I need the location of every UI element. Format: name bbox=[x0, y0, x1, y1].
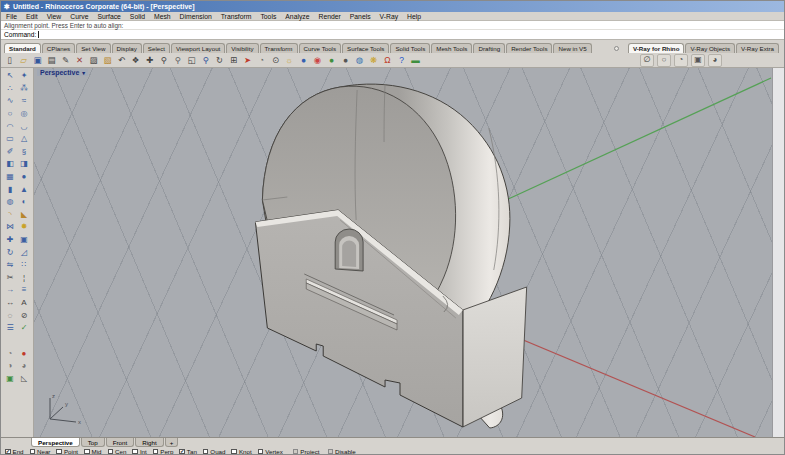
toolbar-icon[interactable]: ✚ bbox=[143, 54, 156, 67]
toolbar-icon[interactable]: ↶ bbox=[115, 54, 128, 67]
toolbar-tab[interactable]: Solid Tools bbox=[390, 43, 430, 53]
toolbar-tab[interactable]: Render Tools bbox=[506, 43, 552, 53]
toolbar-icon[interactable]: ▤ bbox=[45, 54, 58, 67]
toolbar-tab[interactable]: Drafting bbox=[473, 43, 505, 53]
menu-item[interactable]: Render bbox=[319, 13, 341, 20]
osnap-checkbox[interactable] bbox=[203, 449, 209, 455]
osnap-checkbox[interactable] bbox=[231, 449, 237, 455]
tool-palette-icon[interactable]: ▭ bbox=[3, 133, 17, 146]
osnap-toggle[interactable]: Tan bbox=[179, 448, 196, 455]
tool-palette-icon[interactable]: ◐ bbox=[17, 196, 31, 209]
toolbar-icon[interactable]: ❋ bbox=[367, 54, 380, 67]
tool-palette-icon[interactable]: ↻ bbox=[3, 246, 17, 259]
toolbar-icon[interactable]: ● bbox=[339, 54, 352, 67]
tool-palette-icon[interactable]: ¦ bbox=[17, 272, 31, 285]
toolbar-icon[interactable]: Ω bbox=[381, 54, 394, 67]
toolbar-icon[interactable]: ⊙ bbox=[269, 54, 282, 67]
viewport-tab[interactable]: Top bbox=[81, 438, 105, 447]
tool-palette-icon[interactable]: ✂ bbox=[3, 272, 17, 285]
vray-tool-icon[interactable]: ◔ bbox=[3, 347, 17, 360]
osnap-checkbox[interactable] bbox=[84, 449, 90, 455]
add-viewport-tab-button[interactable]: + bbox=[165, 438, 179, 447]
tool-palette-icon[interactable]: ✸ bbox=[17, 221, 31, 234]
tool-palette-icon[interactable]: ⇋ bbox=[3, 259, 17, 272]
vray-toolbar-icon[interactable]: ◕ bbox=[708, 54, 722, 67]
toolbar-tab[interactable]: Select bbox=[143, 43, 170, 53]
tool-palette-icon[interactable]: ▮ bbox=[3, 183, 17, 196]
menu-item[interactable]: Mesh bbox=[154, 13, 171, 20]
toolbar-tab[interactable]: Viewport Layout bbox=[171, 43, 225, 53]
toolbar-icon[interactable]: ⚲ bbox=[199, 54, 212, 67]
toolbar-icon[interactable]: ☼ bbox=[283, 54, 296, 67]
osnap-toggle[interactable]: Quad bbox=[203, 448, 226, 455]
osnap-toggle[interactable]: Point bbox=[56, 448, 78, 455]
vray-tool-icon[interactable]: ◺ bbox=[17, 373, 31, 386]
osnap-toggle[interactable]: Int bbox=[132, 448, 146, 455]
tool-palette-icon[interactable]: ≡ bbox=[17, 284, 31, 297]
toolbar-icon[interactable]: ❖ bbox=[129, 54, 142, 67]
vray-toolbar-icon[interactable]: ▣ bbox=[691, 54, 705, 67]
tool-palette-icon[interactable]: ☰ bbox=[3, 322, 17, 335]
toolbar-icon[interactable]: ▨ bbox=[87, 54, 100, 67]
tool-palette-icon[interactable]: ≈ bbox=[17, 95, 31, 108]
osnap-checkbox[interactable] bbox=[5, 449, 11, 455]
toolbar-tab[interactable]: Visibility bbox=[226, 43, 258, 53]
tool-palette-icon[interactable]: ✐ bbox=[3, 146, 17, 159]
toolbar-icon[interactable]: ⚲ bbox=[157, 54, 170, 67]
toolbar-tab[interactable]: CPlanes bbox=[42, 43, 75, 53]
menu-item[interactable]: File bbox=[6, 13, 17, 20]
tool-palette-icon[interactable]: ◿ bbox=[17, 246, 31, 259]
toolbar-icon[interactable]: ▧ bbox=[101, 54, 114, 67]
menu-item[interactable]: Curve bbox=[70, 13, 88, 20]
toolbar-tab[interactable]: Transform bbox=[260, 43, 298, 53]
tool-palette-icon[interactable]: § bbox=[17, 146, 31, 159]
toolbar-icon[interactable]: ? bbox=[395, 54, 408, 67]
viewport-title[interactable]: Perspective ▾ bbox=[37, 69, 88, 76]
osnap-toggle[interactable]: Mid bbox=[84, 448, 101, 455]
osnap-checkbox[interactable] bbox=[56, 449, 62, 455]
tool-palette-icon[interactable]: ● bbox=[17, 171, 31, 184]
vray-toolbar-tab[interactable]: V-Ray Objects bbox=[685, 43, 735, 53]
tool-palette-icon[interactable]: ◎ bbox=[17, 108, 31, 121]
command-line[interactable]: Command: bbox=[1, 30, 784, 40]
tool-palette-icon[interactable]: ▦ bbox=[3, 171, 17, 184]
tool-palette-icon[interactable]: → bbox=[3, 284, 17, 297]
menu-item[interactable]: Edit bbox=[26, 13, 38, 20]
menu-item[interactable]: Tools bbox=[260, 13, 276, 20]
tool-palette-icon[interactable]: ◠ bbox=[3, 120, 17, 133]
viewport-tab[interactable]: Perspective bbox=[31, 438, 80, 447]
toolbar-icon[interactable]: ✎ bbox=[59, 54, 72, 67]
menu-item[interactable]: Solid bbox=[130, 13, 145, 20]
menu-item[interactable]: Panels bbox=[350, 13, 371, 20]
osnap-toggle[interactable]: Vertex bbox=[258, 448, 283, 455]
osnap-checkbox[interactable] bbox=[258, 449, 264, 455]
toolbar-icon[interactable]: ◉ bbox=[311, 54, 324, 67]
tool-palette-icon[interactable]: ∿ bbox=[3, 95, 17, 108]
menu-item[interactable]: View bbox=[47, 13, 62, 20]
toolbar-icon[interactable]: ▯ bbox=[3, 54, 16, 67]
osnap-checkbox[interactable] bbox=[153, 449, 159, 455]
tool-palette-icon[interactable]: ◝ bbox=[3, 209, 17, 222]
perspective-viewport[interactable]: Perspective ▾ z y x bbox=[34, 68, 772, 437]
tool-palette-icon[interactable]: ↖ bbox=[3, 70, 17, 83]
toolbar-icon[interactable]: ● bbox=[297, 54, 310, 67]
tool-palette-icon[interactable]: ∴ bbox=[3, 83, 17, 96]
toolbar-icon[interactable]: ▬ bbox=[409, 54, 422, 67]
tool-palette-icon[interactable]: △ bbox=[17, 133, 31, 146]
osnap-toggle[interactable]: Cen bbox=[108, 448, 127, 455]
vray-toolbar-tab[interactable]: V-Ray for Rhino bbox=[628, 43, 684, 53]
menu-item[interactable]: Surface bbox=[97, 13, 120, 20]
tool-palette-icon[interactable]: ✓ bbox=[17, 322, 31, 335]
vray-toolbar-icon[interactable]: ∅ bbox=[640, 54, 654, 67]
toolbar-icon[interactable]: ◱ bbox=[185, 54, 198, 67]
vray-toolbar-icon[interactable]: ◔ bbox=[674, 54, 688, 67]
vray-tool-icon[interactable]: ▣ bbox=[3, 373, 17, 386]
toolbar-icon[interactable]: ↻ bbox=[213, 54, 226, 67]
viewport-tab[interactable]: Front bbox=[106, 438, 134, 447]
tool-palette-icon[interactable]: ⋈ bbox=[3, 221, 17, 234]
menu-item[interactable]: Help bbox=[407, 13, 421, 20]
menu-item[interactable]: Analyze bbox=[285, 13, 309, 20]
menu-item[interactable]: Transform bbox=[221, 13, 252, 20]
tool-palette-icon[interactable]: ◣ bbox=[17, 209, 31, 222]
tool-palette-icon[interactable]: ✚ bbox=[3, 234, 17, 247]
